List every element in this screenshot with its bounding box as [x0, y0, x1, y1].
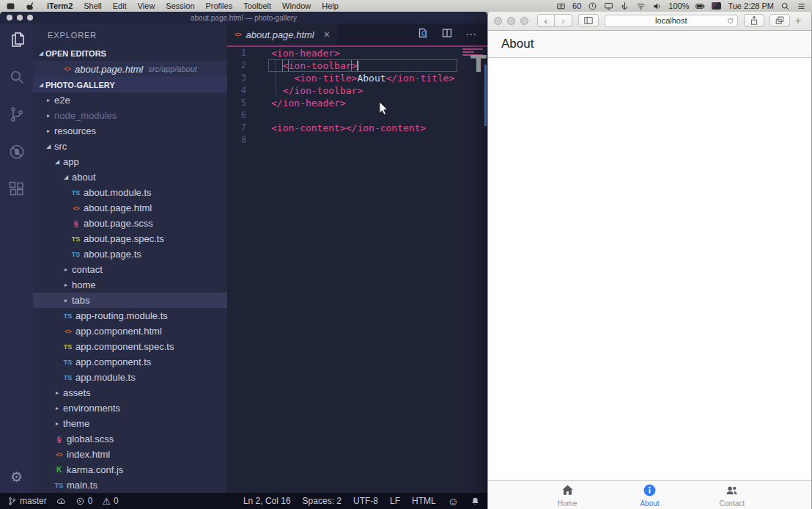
project-section[interactable]: ◢ PHOTO-GALLERY [33, 77, 227, 92]
menu-item-help[interactable]: Help [322, 1, 339, 10]
zoom-window-icon[interactable] [27, 15, 33, 21]
back-button[interactable]: ‹ [537, 14, 555, 27]
errors-indicator[interactable]: 0 [75, 496, 93, 506]
editor-code[interactable]: 1<ion-header>2 <ion-toolbar>3 <ion-title… [227, 47, 459, 147]
language-mode[interactable]: HTML [412, 496, 436, 506]
tree-item-app[interactable]: ◢app [33, 154, 227, 169]
code-line-6[interactable]: 6 [227, 109, 459, 122]
minimize-window-icon[interactable] [17, 15, 23, 21]
tabs-overview-button[interactable] [769, 14, 790, 27]
explorer-icon[interactable] [8, 31, 26, 48]
tree-item-about-page-ts[interactable]: TSabout.page.ts [33, 246, 227, 262]
split-editor-icon[interactable] [441, 27, 453, 42]
code-line-7[interactable]: 7<ion-content></ion-content> [227, 122, 459, 134]
tree-item-theme[interactable]: ▸theme [33, 416, 227, 431]
editor-tab-about-page-html[interactable]: <> about.page.html × [227, 23, 337, 45]
menu-app-name[interactable]: iTerm2 [47, 1, 73, 10]
menu-item-toolbelt[interactable]: Toolbelt [243, 1, 271, 10]
tree-item-about-page-scss[interactable]: §about.page.scss [33, 216, 227, 231]
tree-item-environments[interactable]: ▸environments [33, 400, 227, 416]
vscode-titlebar[interactable]: about.page.html — photo-gallery [0, 12, 487, 23]
menu-item-shell[interactable]: Shell [84, 1, 101, 10]
overview-ruler[interactable] [484, 65, 487, 126]
tree-item-about[interactable]: ◢about [33, 169, 227, 185]
tree-item-index-html[interactable]: <>index.html [33, 447, 227, 462]
app-status-icon[interactable] [712, 2, 721, 10]
screen-recorder-icon[interactable] [556, 1, 566, 11]
usb-icon[interactable] [620, 1, 630, 11]
menubar-clock[interactable]: Tue 2:28 PM [728, 1, 774, 10]
settings-gear-icon[interactable]: ⚙ [8, 468, 26, 486]
encoding[interactable]: UTF-8 [353, 496, 378, 506]
refresh-icon[interactable] [726, 17, 734, 25]
sidebar-toggle-button[interactable] [578, 14, 599, 27]
tree-item-karma-conf-js[interactable]: Kkarma.conf.js [33, 462, 227, 477]
zoom-window-icon[interactable] [520, 17, 528, 25]
menu-item-edit[interactable]: Edit [113, 1, 127, 10]
close-window-icon[interactable] [494, 17, 502, 25]
tree-item-node-modules[interactable]: ▸node_modules [33, 108, 227, 123]
clock-icon[interactable] [588, 1, 597, 11]
tree-item-about-page-html[interactable]: <>about.page.html [33, 200, 227, 216]
tab-home[interactable]: Home [526, 481, 608, 509]
new-tab-button[interactable]: + [795, 15, 805, 26]
eol-setting[interactable]: LF [390, 496, 400, 506]
window-controls[interactable] [7, 15, 33, 21]
battery-icon[interactable] [695, 1, 705, 11]
tree-item-app-module-ts[interactable]: TSapp.module.ts [33, 370, 227, 385]
tab-contact[interactable]: Contact [691, 481, 773, 509]
tree-item-app-component-html[interactable]: <>app.component.html [33, 323, 227, 339]
close-window-icon[interactable] [7, 15, 12, 21]
open-editors-section[interactable]: ◢ OPEN EDITORS [33, 45, 227, 61]
tree-item-resources[interactable]: ▸resources [33, 123, 227, 139]
more-actions-icon[interactable]: ⋯ [465, 28, 477, 41]
tree-item-about-module-ts[interactable]: TSabout.module.ts [33, 185, 227, 200]
menu-item-session[interactable]: Session [166, 1, 194, 10]
debug-icon[interactable] [8, 143, 26, 161]
tree-item-app-component-ts[interactable]: TSapp.component.ts [33, 354, 227, 370]
display-icon[interactable] [604, 1, 613, 11]
forward-button[interactable]: › [555, 14, 572, 27]
sync-button[interactable] [56, 497, 66, 506]
menu-item-profiles[interactable]: Profiles [206, 1, 233, 10]
open-editor-item[interactable]: <> about.page.html src/app/about [33, 61, 227, 77]
git-branch-indicator[interactable]: master [7, 496, 47, 506]
source-control-icon[interactable] [8, 106, 26, 123]
wifi-icon[interactable] [636, 1, 646, 11]
tree-item-e2e[interactable]: ▸e2e [33, 92, 227, 108]
feedback-smiley-icon[interactable]: ☺ [448, 496, 459, 507]
share-button[interactable] [744, 14, 764, 27]
code-line-8[interactable]: 8 [227, 134, 459, 147]
tree-item-about-page-spec-ts[interactable]: TSabout.page.spec.ts [33, 231, 227, 246]
menu-item-view[interactable]: View [138, 1, 155, 10]
tab-about[interactable]: About [608, 481, 690, 509]
extensions-icon[interactable] [8, 180, 26, 198]
address-bar[interactable]: localhost [605, 15, 738, 27]
code-line-2[interactable]: 2 <ion-toolbar> [227, 59, 459, 72]
tab-close-icon[interactable]: × [324, 29, 330, 40]
minimize-window-icon[interactable] [507, 17, 515, 25]
spotlight-search-icon[interactable] [780, 1, 790, 11]
warnings-indicator[interactable]: ⚠ 0 [102, 496, 118, 506]
safari-window-controls[interactable] [494, 17, 528, 25]
tree-item-home[interactable]: ▸home [33, 277, 227, 293]
notifications-bell-icon[interactable] [470, 497, 480, 506]
tree-item-contact[interactable]: ▸contact [33, 262, 227, 277]
search-icon[interactable] [8, 68, 26, 86]
notification-center-icon[interactable] [797, 1, 806, 11]
code-line-3[interactable]: 3 <ion-title>About</ion-title> [227, 72, 459, 84]
tree-item-app-component-spec-ts[interactable]: TSapp.component.spec.ts [33, 339, 227, 354]
indent-setting[interactable]: Spaces: 2 [303, 496, 342, 506]
code-line-4[interactable]: 4 </ion-toolbar> [227, 84, 459, 97]
open-preview-icon[interactable] [417, 27, 429, 42]
tree-item-app-routing-module-ts[interactable]: TSapp-routing.module.ts [33, 308, 227, 323]
code-line-5[interactable]: 5</ion-header> [227, 97, 459, 109]
tree-item-src[interactable]: ◢src [33, 139, 227, 154]
volume-icon[interactable] [652, 1, 662, 11]
menu-item-window[interactable]: Window [282, 1, 311, 10]
tree-item-main-ts[interactable]: TSmain.ts [33, 477, 227, 493]
minimap[interactable] [459, 47, 487, 493]
cursor-position[interactable]: Ln 2, Col 16 [243, 496, 291, 506]
tree-item-global-scss[interactable]: §global.scss [33, 431, 227, 447]
tree-item-assets[interactable]: ▸assets [33, 385, 227, 400]
